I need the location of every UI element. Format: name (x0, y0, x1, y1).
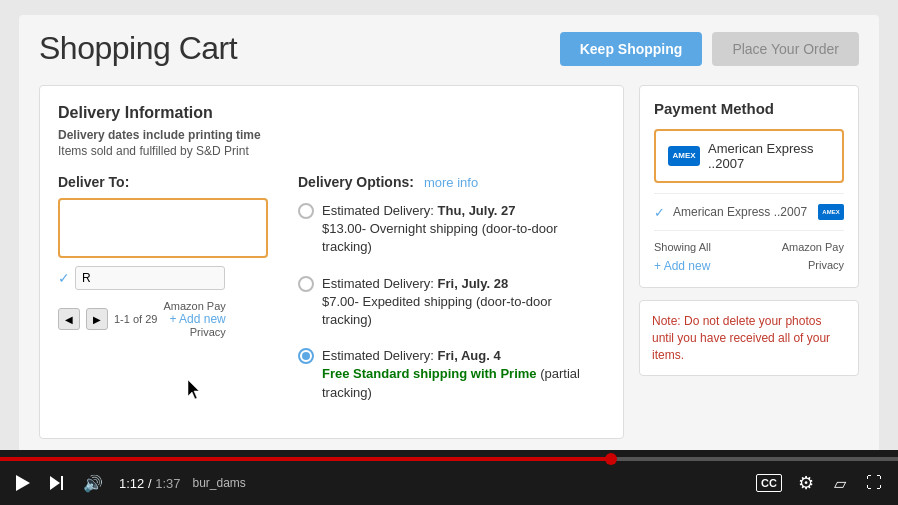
option-1-text: Estimated Delivery: Thu, July. 27 $13.00… (322, 202, 605, 257)
option-2-text: Estimated Delivery: Fri, July. 28 $7.00-… (322, 275, 605, 330)
radio-option-3[interactable] (298, 348, 314, 364)
volume-icon: 🔊 (83, 474, 103, 493)
main-layout: Delivery Information Delivery dates incl… (39, 85, 859, 439)
delivery-options-label: Delivery Options: (298, 174, 414, 190)
deliver-to-label: Deliver To: (58, 174, 278, 190)
time-display: 1:12 / 1:37 (119, 476, 180, 491)
time-elapsed: 1:12 (119, 476, 144, 491)
place-order-button[interactable]: Place Your Order (712, 32, 859, 66)
address-input-box[interactable] (58, 198, 268, 258)
delivery-sub-subtitle: Items sold and fulfilled by S&D Print (58, 144, 605, 158)
delivery-option-3[interactable]: Estimated Delivery: Fri, Aug. 4 Free Sta… (298, 347, 605, 402)
fullscreen-button[interactable]: ⛶ (862, 470, 886, 496)
option-2-detail: $7.00- Expedited shipping (door-to-door … (322, 294, 552, 327)
amazon-pay-col: Amazon Pay + Add new Privacy (163, 300, 225, 338)
settings-button[interactable]: ⚙ (794, 468, 818, 498)
amex-row-card-text: American Express ..2007 (673, 205, 810, 219)
page-header: Shopping Cart Keep Shopping Place Your O… (39, 30, 859, 67)
checkbox-input-field[interactable] (75, 266, 225, 290)
payment-box: Payment Method AMEX American Express ..2… (639, 85, 859, 288)
page-inner: Shopping Cart Keep Shopping Place Your O… (19, 15, 879, 450)
checkbox-row: ✓ (58, 266, 278, 290)
option-3-date: Fri, Aug. 4 (438, 348, 501, 363)
showing-row: Showing All Amazon Pay (654, 241, 844, 253)
delivery-option-1[interactable]: Estimated Delivery: Thu, July. 27 $13.00… (298, 202, 605, 257)
amex-icon-selected: AMEX (668, 146, 700, 166)
progress-bar[interactable] (0, 457, 898, 461)
note-text: Note: Do not delete your photos until yo… (652, 313, 846, 363)
option-2-label: Estimated Delivery: Fri, July. 28 (322, 276, 508, 291)
delivery-options-column: Delivery Options: more info Estimated De… (298, 174, 605, 420)
option-1-label: Estimated Delivery: Thu, July. 27 (322, 203, 515, 218)
selected-card-text: American Express ..2007 (708, 141, 830, 171)
right-panel: Payment Method AMEX American Express ..2… (639, 85, 859, 439)
delivery-options-header: Delivery Options: more info (298, 174, 605, 190)
page-title: Shopping Cart (39, 30, 237, 67)
add-new-link[interactable]: + Add new (169, 312, 225, 326)
amazon-pay-text: Amazon Pay (163, 300, 225, 312)
delivery-info-title: Delivery Information (58, 104, 605, 122)
amex-icon-label: AMEX (672, 152, 695, 161)
progress-dot (605, 453, 617, 465)
page-background: Shopping Cart Keep Shopping Place Your O… (0, 0, 898, 450)
amex-row-icon: AMEX (818, 204, 844, 220)
nav-prev-button[interactable]: ◀ (58, 308, 80, 330)
miniplayer-icon: ▱ (834, 474, 846, 493)
cc-button[interactable]: CC (756, 474, 782, 492)
radio-option-2[interactable] (298, 276, 314, 292)
payment-title: Payment Method (654, 100, 844, 117)
radio-option-1[interactable] (298, 203, 314, 219)
option-3-free: Free Standard shipping with Prime (322, 366, 537, 381)
skip-triangle-1 (50, 476, 60, 490)
keep-shopping-button[interactable]: Keep Shopping (560, 32, 703, 66)
nav-next-button[interactable]: ▶ (86, 308, 108, 330)
channel-name: bur_dams (192, 476, 245, 490)
amex-checkmark-icon: ✓ (654, 205, 665, 220)
amazon-pay-label: Amazon Pay (782, 241, 844, 253)
delivery-subtitle: Delivery dates include printing time (58, 128, 605, 142)
header-buttons: Keep Shopping Place Your Order (560, 32, 859, 66)
privacy-text: Privacy (190, 326, 226, 338)
option-1-detail: $13.00- Overnight shipping (door-to-door… (322, 221, 558, 254)
left-panel: Delivery Information Delivery dates incl… (39, 85, 624, 439)
miniplayer-button[interactable]: ▱ (830, 470, 850, 497)
amex-row-icon-label: AMEX (822, 209, 839, 215)
more-info-link[interactable]: more info (424, 175, 478, 190)
nav-row: ◀ ▶ 1-1 of 29 Amazon Pay + Add new Priva… (58, 300, 278, 338)
deliver-to-column: Deliver To: ✓ ◀ ▶ 1-1 of (58, 174, 278, 420)
option-2-date: Fri, July. 28 (438, 276, 509, 291)
selected-payment-card[interactable]: AMEX American Express ..2007 (654, 129, 844, 183)
skip-bar (61, 476, 63, 490)
option-3-text: Estimated Delivery: Fri, Aug. 4 Free Sta… (322, 347, 605, 402)
showing-text: Showing All (654, 241, 711, 253)
volume-button[interactable]: 🔊 (79, 470, 107, 497)
option-3-label: Estimated Delivery: Fri, Aug. 4 (322, 348, 501, 363)
address-input[interactable] (68, 210, 258, 225)
nav-count: 1-1 of 29 (114, 313, 157, 325)
deliver-section: Deliver To: ✓ ◀ ▶ 1-1 of (58, 174, 605, 420)
video-content: Shopping Cart Keep Shopping Place Your O… (0, 0, 898, 450)
payment-add-new-link[interactable]: + Add new (654, 259, 710, 273)
time-total: 1:37 (155, 476, 180, 491)
delivery-option-2[interactable]: Estimated Delivery: Fri, July. 28 $7.00-… (298, 275, 605, 330)
payment-privacy: Privacy (808, 259, 844, 273)
fullscreen-icon: ⛶ (866, 474, 882, 492)
amex-card-row: ✓ American Express ..2007 AMEX (654, 204, 844, 220)
settings-icon: ⚙ (798, 472, 814, 494)
add-new-row: + Add new Privacy (654, 259, 844, 273)
checkmark-icon: ✓ (58, 270, 70, 286)
option-1-date: Thu, July. 27 (438, 203, 516, 218)
radio-inner-3 (302, 352, 310, 360)
play-button[interactable] (12, 471, 34, 495)
video-controls: 🔊 1:12 / 1:37 bur_dams CC ⚙ ▱ ⛶ (0, 450, 898, 505)
skip-button[interactable] (46, 472, 67, 494)
payment-divider (654, 193, 844, 194)
payment-divider-2 (654, 230, 844, 231)
progress-fill (0, 457, 611, 461)
controls-row: 🔊 1:12 / 1:37 bur_dams CC ⚙ ▱ ⛶ (0, 461, 898, 505)
skip-icon (50, 476, 63, 490)
play-icon (16, 475, 30, 491)
note-box: Note: Do not delete your photos until yo… (639, 300, 859, 376)
